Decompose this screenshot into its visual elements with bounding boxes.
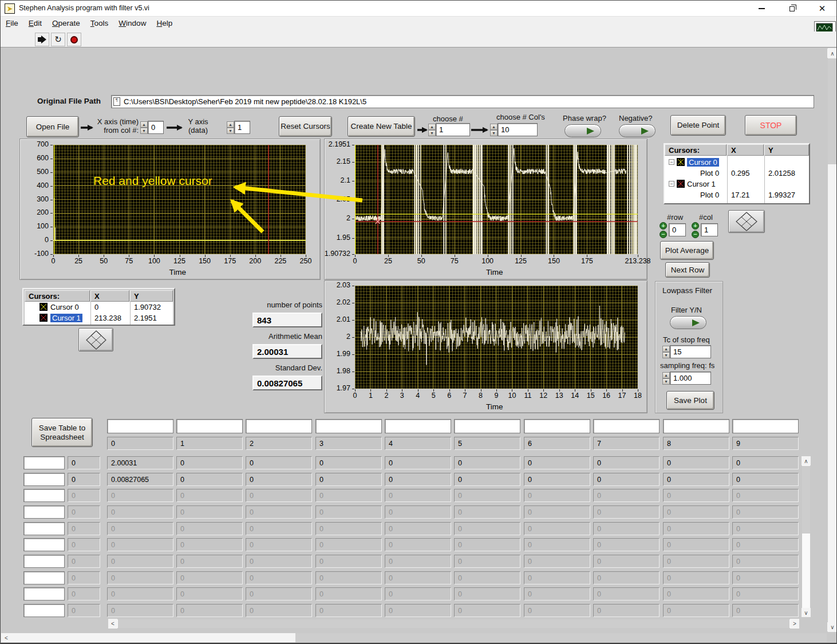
table-header-box-9[interactable] bbox=[732, 419, 799, 433]
delete-point-button[interactable]: Delete Point bbox=[670, 115, 726, 136]
tc-field[interactable]: 15 bbox=[670, 345, 711, 358]
table-scroll-right[interactable]: > bbox=[790, 619, 799, 629]
run-button[interactable] bbox=[35, 33, 49, 46]
table-cell-r1c8: 0 bbox=[663, 473, 729, 486]
left-xtick: 250 bbox=[299, 257, 312, 265]
cursor1-plot[interactable]: Plot 0 bbox=[700, 191, 719, 199]
cursor1-name[interactable]: Cursor 1 bbox=[687, 180, 716, 188]
top-xaxis-label: Time bbox=[486, 268, 503, 276]
window-scroll-down[interactable]: ∨ bbox=[827, 622, 837, 631]
table-scroll-left[interactable]: < bbox=[108, 619, 117, 629]
minimize-button[interactable] bbox=[749, 1, 774, 17]
abort-button[interactable] bbox=[67, 33, 81, 46]
choose-num-spinner[interactable]: ▲▼ bbox=[428, 124, 436, 136]
table-header-box-6[interactable] bbox=[524, 419, 590, 433]
table-hscroll-thumb[interactable] bbox=[118, 619, 789, 628]
left-xtick: 200 bbox=[249, 257, 262, 265]
table-col-index-1: 1 bbox=[176, 437, 243, 450]
table-vscroll-thumb[interactable] bbox=[802, 466, 810, 534]
tc-spinner[interactable]: ▲▼ bbox=[662, 346, 670, 358]
save-table-button[interactable]: Save Table to Spreadsheet bbox=[31, 418, 93, 447]
menu-operate[interactable]: Operate bbox=[47, 17, 85, 31]
y-axis-field[interactable]: 1 bbox=[234, 121, 250, 134]
row-label-box-0[interactable] bbox=[23, 456, 65, 469]
row-label-box-7[interactable] bbox=[23, 571, 65, 584]
row-decrement-button[interactable]: − bbox=[660, 231, 667, 238]
table-header-box-5[interactable] bbox=[454, 419, 520, 433]
row-label-box-9[interactable] bbox=[23, 604, 65, 617]
cursor0-name-left[interactable]: Cursor 0 bbox=[50, 303, 79, 311]
phase-wrap-label: Phase wrap? bbox=[563, 114, 606, 123]
row-label-box-6[interactable] bbox=[23, 555, 65, 568]
window-scroll-up[interactable]: ∧ bbox=[827, 49, 837, 58]
bottom-graph-plot-area[interactable] bbox=[355, 286, 638, 389]
window-scroll-left[interactable]: < bbox=[2, 633, 11, 642]
top-graph-plot-area[interactable] bbox=[355, 145, 638, 254]
row-label-box-4[interactable] bbox=[23, 522, 65, 535]
fs-field[interactable]: 1.000 bbox=[670, 372, 711, 385]
fs-spinner[interactable]: ▲▼ bbox=[662, 372, 670, 385]
cursor1-name-left[interactable]: Cursor 1 bbox=[50, 314, 82, 322]
y-axis-spinner[interactable]: ▲▼ bbox=[227, 121, 234, 134]
restore-button[interactable] bbox=[779, 1, 804, 17]
phase-wrap-toggle[interactable] bbox=[564, 124, 601, 137]
table-scroll-up[interactable]: ∧ bbox=[802, 456, 811, 465]
table-cell-r1c7: 0 bbox=[593, 473, 660, 486]
row-label-box-3[interactable] bbox=[23, 505, 65, 519]
table-header-box-3[interactable] bbox=[315, 419, 382, 433]
row-increment-button[interactable]: + bbox=[660, 222, 667, 230]
menu-edit[interactable]: Edit bbox=[23, 17, 47, 31]
negative-toggle[interactable] bbox=[619, 124, 656, 137]
row-label-box-1[interactable] bbox=[23, 473, 65, 486]
window-vscroll-thumb[interactable] bbox=[828, 58, 837, 164]
close-button[interactable]: ✕ bbox=[810, 1, 835, 17]
cursor1-expander[interactable]: − bbox=[669, 181, 674, 187]
table-cell-r3c4: 0 bbox=[385, 505, 451, 519]
next-row-button[interactable]: Next Row bbox=[665, 262, 710, 278]
table-scroll-down[interactable]: ∨ bbox=[802, 608, 811, 617]
choose-cols-spinner[interactable]: ▲▼ bbox=[490, 124, 498, 136]
row-field[interactable]: 0 bbox=[669, 223, 686, 236]
cursor0-plot[interactable]: Plot 0 bbox=[700, 169, 719, 177]
x-axis-field[interactable]: 0 bbox=[148, 121, 164, 134]
table-header-box-1[interactable] bbox=[176, 419, 243, 433]
table-header-box-7[interactable] bbox=[593, 419, 660, 433]
stop-button[interactable]: STOP bbox=[745, 115, 797, 136]
run-continuous-button[interactable]: ↻ bbox=[51, 33, 65, 46]
table-cell-r4c7: 0 bbox=[593, 522, 660, 535]
table-header-box-0[interactable] bbox=[107, 419, 173, 433]
row-label-box-5[interactable] bbox=[23, 538, 65, 551]
reset-cursors-button[interactable]: Reset Cursors bbox=[279, 116, 332, 137]
create-new-table-button[interactable]: Create New Table bbox=[348, 116, 415, 137]
choose-num-field[interactable]: 1 bbox=[436, 123, 470, 136]
left-graph-plot-area[interactable] bbox=[53, 145, 306, 254]
row-label-box-8[interactable] bbox=[23, 587, 65, 600]
graph-palette-button-left[interactable] bbox=[78, 328, 113, 351]
cursor0-expander[interactable]: − bbox=[669, 159, 674, 165]
left-ytick: 100 bbox=[12, 222, 49, 230]
table-cell-r7c9: 0 bbox=[732, 571, 799, 584]
table-header-box-8[interactable] bbox=[663, 419, 729, 433]
file-path-box[interactable]: ¶ C:\Users\BSI\Desktop\Seher\Feb 2019 mi… bbox=[111, 95, 814, 108]
plot-average-button[interactable]: Plot Average bbox=[660, 241, 714, 260]
menu-tools[interactable]: Tools bbox=[85, 17, 114, 31]
open-file-button[interactable]: Open File bbox=[26, 116, 79, 137]
cursor0-name[interactable]: Cursor 0 bbox=[687, 158, 719, 167]
table-cell-r6c5: 0 bbox=[454, 555, 520, 568]
choose-cols-field[interactable]: 10 bbox=[498, 123, 538, 136]
bottom-ytick: 1.99 bbox=[314, 350, 350, 358]
row-label-box-2[interactable] bbox=[23, 489, 65, 502]
graph-palette-button-top[interactable] bbox=[728, 210, 765, 233]
col-field[interactable]: 1 bbox=[701, 223, 718, 236]
menu-window[interactable]: Window bbox=[113, 17, 151, 31]
table-header-box-2[interactable] bbox=[246, 419, 312, 433]
col-decrement-button[interactable]: − bbox=[692, 231, 699, 238]
filter-yn-toggle[interactable] bbox=[670, 316, 706, 329]
col-increment-button[interactable]: + bbox=[692, 222, 699, 230]
save-plot-button[interactable]: Save Plot bbox=[666, 391, 714, 410]
menu-help[interactable]: Help bbox=[151, 17, 177, 31]
window-hscroll-thumb[interactable] bbox=[295, 633, 827, 642]
menu-file[interactable]: File bbox=[1, 17, 23, 31]
table-header-box-4[interactable] bbox=[385, 419, 451, 433]
x-axis-spinner[interactable]: ▲▼ bbox=[140, 121, 148, 134]
